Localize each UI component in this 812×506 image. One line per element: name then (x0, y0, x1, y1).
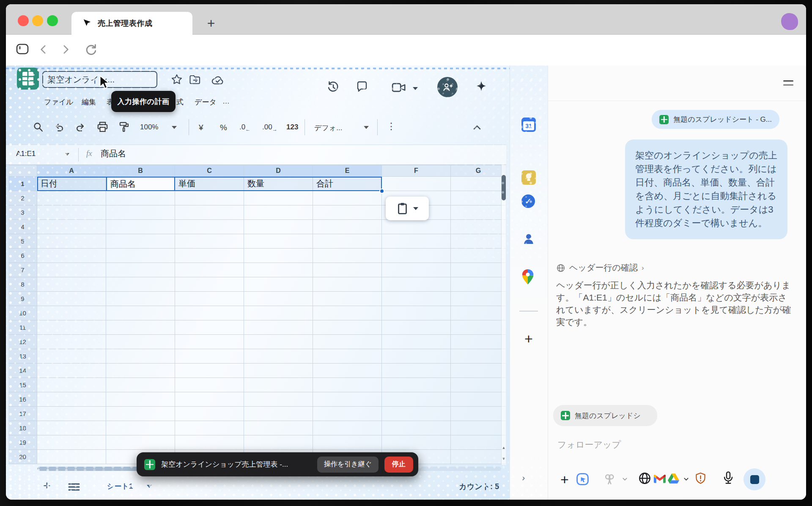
cell-E19[interactable] (313, 435, 382, 450)
row-header-14[interactable]: 14 (8, 364, 37, 378)
cell-D15[interactable] (244, 378, 313, 392)
fill-handle[interactable] (379, 189, 384, 194)
cell-A5[interactable] (37, 234, 106, 249)
cell-C17[interactable] (175, 407, 244, 421)
row-header-2[interactable]: 2 (8, 191, 37, 205)
cell-F8[interactable] (382, 277, 451, 292)
cell-C19[interactable] (175, 435, 244, 450)
cell-C15[interactable] (175, 378, 244, 392)
share-button[interactable] (437, 77, 458, 97)
cell-D9[interactable] (244, 292, 313, 306)
search-icon[interactable] (33, 121, 44, 134)
keep-icon[interactable] (521, 170, 536, 185)
sheet-tab-sheet1[interactable]: シート1 (107, 481, 133, 491)
cell-C12[interactable] (175, 335, 244, 349)
column-header-G[interactable]: G (451, 165, 506, 177)
cell-B11[interactable] (106, 320, 175, 335)
meet-dropdown-icon[interactable] (413, 87, 418, 90)
row-header-4[interactable]: 4 (8, 220, 37, 234)
cell-G2[interactable] (451, 191, 506, 205)
vertical-scrollbar-thumb[interactable] (502, 175, 506, 200)
cell-B9[interactable] (106, 292, 175, 306)
cell-B3[interactable] (106, 205, 175, 220)
stop-streaming-button[interactable] (743, 468, 765, 490)
cell-A3[interactable] (37, 205, 106, 220)
increase-decimal-button[interactable]: .00→ (262, 123, 277, 131)
attachment-chip[interactable]: 無題のスプレッドシ (553, 405, 657, 426)
composer-plus-button[interactable]: + (557, 472, 572, 487)
cell-A12[interactable] (37, 335, 106, 349)
cell-C11[interactable] (175, 320, 244, 335)
cell-A16[interactable] (37, 392, 106, 407)
cell-C5[interactable] (175, 234, 244, 249)
menu-data[interactable]: データ (195, 97, 217, 107)
column-header-C[interactable]: C (175, 165, 244, 177)
cell-C4[interactable] (175, 220, 244, 234)
cell-E12[interactable] (313, 335, 382, 349)
font-select[interactable]: デフォ... (314, 123, 342, 133)
cell-G3[interactable] (451, 205, 506, 220)
cell-B4[interactable] (106, 220, 175, 234)
active-cell-B1[interactable]: 商品名 (106, 177, 175, 191)
row-header-17[interactable]: 17 (8, 407, 37, 421)
more-options-icon[interactable]: ⋮ (387, 121, 396, 132)
calendar-icon[interactable]: 31 (521, 118, 536, 132)
name-box-dropdown-icon[interactable] (65, 153, 69, 156)
cell-E10[interactable] (313, 306, 382, 320)
row-header-1[interactable]: 1 (8, 177, 37, 191)
cell-E2[interactable] (313, 191, 382, 205)
scroll-up-icon[interactable]: ▲ (501, 443, 506, 452)
row-header-8[interactable]: 8 (8, 277, 37, 292)
cell-D3[interactable] (244, 205, 313, 220)
column-header-A[interactable]: A (37, 165, 106, 177)
cell-C3[interactable] (175, 205, 244, 220)
cell-D18[interactable] (244, 421, 313, 435)
column-header-B[interactable]: B (106, 165, 175, 177)
cell-E8[interactable] (313, 277, 382, 292)
cell-G8[interactable] (451, 277, 506, 292)
panel-menu-icon[interactable] (783, 80, 793, 85)
cell-C6[interactable] (175, 249, 244, 263)
take-over-button[interactable]: 操作を引き継ぐ (317, 457, 379, 473)
sheets-logo-icon[interactable] (17, 68, 39, 91)
cell-E14[interactable] (313, 364, 382, 378)
gemini-sparkle-icon[interactable] (474, 79, 488, 96)
cell-F4[interactable] (382, 220, 451, 234)
cell-C13[interactable] (175, 349, 244, 364)
cell-A4[interactable] (37, 220, 106, 234)
cell-E7[interactable] (313, 263, 382, 277)
cell-A14[interactable] (37, 364, 106, 378)
microphone-icon[interactable] (722, 471, 735, 486)
cell-G4[interactable] (451, 220, 506, 234)
cell-F19[interactable] (382, 435, 451, 450)
cell-C8[interactable] (175, 277, 244, 292)
move-folder-icon[interactable] (189, 74, 202, 87)
row-header-7[interactable]: 7 (8, 263, 37, 277)
cell-C16[interactable] (175, 392, 244, 407)
cell-D6[interactable] (244, 249, 313, 263)
cell-B18[interactable] (106, 421, 175, 435)
cell-G1[interactable] (451, 177, 506, 191)
tasks-icon[interactable]: ✓ (521, 194, 535, 208)
cell-B14[interactable] (106, 364, 175, 378)
cell-B19[interactable] (106, 435, 175, 450)
row-header-5[interactable]: 5 (8, 234, 37, 249)
cell-C14[interactable] (175, 364, 244, 378)
cell-G7[interactable] (451, 263, 506, 277)
gmail-icon[interactable] (654, 474, 666, 483)
cell-D5[interactable] (244, 234, 313, 249)
cell-E9[interactable] (313, 292, 382, 306)
row-header-19[interactable]: 19 (8, 435, 37, 450)
chevron-down-icon[interactable] (683, 476, 690, 483)
add-sheet-button[interactable]: + (43, 479, 51, 493)
cell-A7[interactable] (37, 263, 106, 277)
cell-F18[interactable] (382, 421, 451, 435)
cell-D11[interactable] (244, 320, 313, 335)
row-header-20[interactable]: 20 (8, 450, 37, 464)
cell-B12[interactable] (106, 335, 175, 349)
cell-D10[interactable] (244, 306, 313, 320)
cell-G11[interactable] (451, 320, 506, 335)
side-panel-collapse-icon[interactable]: › (522, 473, 525, 484)
maps-icon[interactable] (521, 269, 536, 283)
maximize-window-button[interactable] (47, 15, 58, 26)
